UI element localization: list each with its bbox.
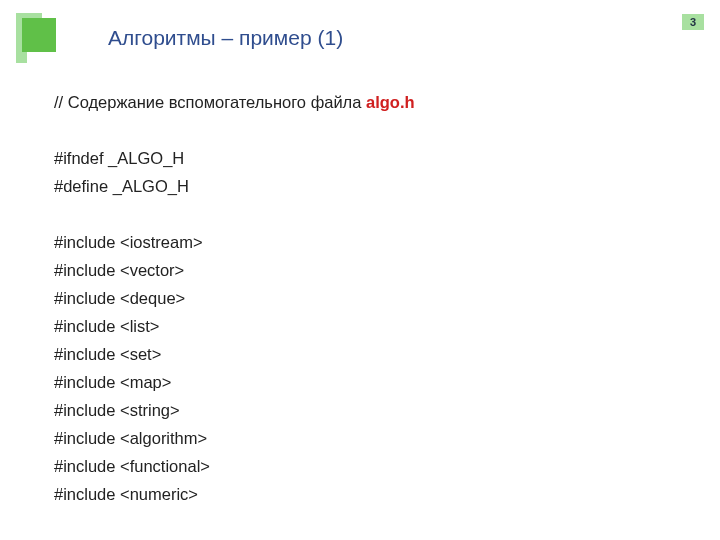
- code-line: #include <numeric>: [54, 480, 690, 508]
- code-line: #define _ALGO_H: [54, 172, 690, 200]
- code-line: #include <list>: [54, 312, 690, 340]
- code-line: #include <deque>: [54, 284, 690, 312]
- decoration-square: [22, 18, 56, 52]
- code-comment: // Содержание вспомогательного файла alg…: [54, 88, 690, 116]
- guard-block: #ifndef _ALGO_H#define _ALGO_H: [54, 144, 690, 200]
- blank-line: [54, 116, 690, 144]
- code-line: #ifndef _ALGO_H: [54, 144, 690, 172]
- code-line: #include <vector>: [54, 256, 690, 284]
- comment-text: // Содержание вспомогательного файла: [54, 93, 366, 111]
- page-number-badge: 3: [682, 14, 704, 30]
- code-line: #include <map>: [54, 368, 690, 396]
- code-line: #include <algorithm>: [54, 424, 690, 452]
- comment-filename: algo.h: [366, 93, 415, 111]
- code-content: // Содержание вспомогательного файла alg…: [54, 88, 690, 508]
- slide: 3 Алгоритмы – пример (1) // Содержание в…: [0, 0, 720, 540]
- blank-line: [54, 200, 690, 228]
- code-line: #include <string>: [54, 396, 690, 424]
- code-line: #include <iostream>: [54, 228, 690, 256]
- code-line: #include <set>: [54, 340, 690, 368]
- includes-block: #include <iostream>#include <vector>#inc…: [54, 228, 690, 508]
- code-line: #include <functional>: [54, 452, 690, 480]
- slide-title: Алгоритмы – пример (1): [108, 26, 343, 50]
